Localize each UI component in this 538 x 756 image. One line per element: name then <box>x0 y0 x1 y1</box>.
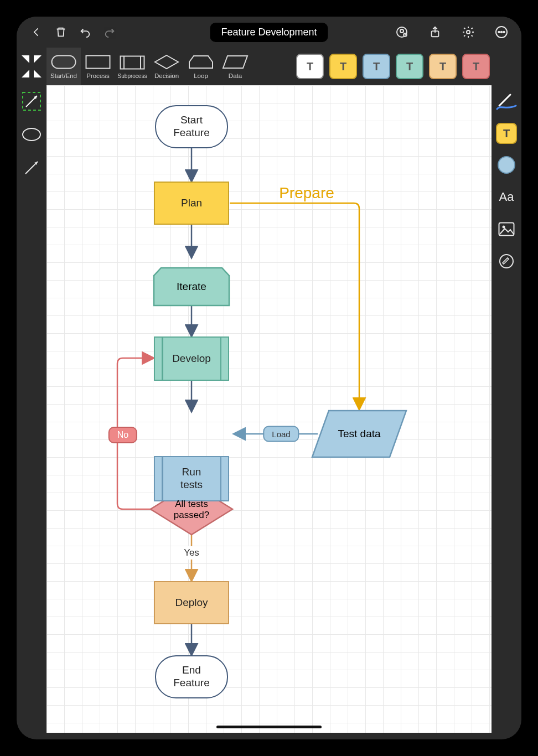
image-insert-button[interactable] <box>495 218 518 240</box>
top-toolbar: Feature Development <box>17 17 521 48</box>
svg-point-22 <box>23 128 40 141</box>
node-test-data-label[interactable]: Test data <box>323 418 395 449</box>
corner-tl-icon <box>22 55 29 63</box>
svg-marker-17 <box>189 56 213 68</box>
node-develop[interactable]: Develop <box>154 336 229 381</box>
shape-label: Loop <box>194 73 208 79</box>
svg-point-10 <box>503 32 504 33</box>
corner-tr-icon <box>34 55 42 63</box>
back-button[interactable] <box>24 20 49 44</box>
text-color-chip[interactable]: T <box>496 123 517 144</box>
lasso-arrow-tool[interactable] <box>20 90 43 113</box>
image-icon <box>498 222 515 236</box>
left-toolbar <box>17 85 46 184</box>
share-icon <box>429 26 441 38</box>
flowchart-nodes: StartFeature Plan Iterate Develop Runtes… <box>46 85 492 733</box>
canvas[interactable]: StartFeature Plan Iterate Develop Runtes… <box>46 85 492 733</box>
swatch-yellow[interactable]: T <box>329 54 357 79</box>
undo-button[interactable] <box>73 20 97 44</box>
undo-icon <box>79 26 91 38</box>
shape-label: Process <box>86 73 110 79</box>
node-plan[interactable]: Plan <box>154 182 229 225</box>
pen-tool[interactable] <box>495 91 518 113</box>
more-button[interactable] <box>489 20 514 44</box>
text-style-button[interactable]: Aa <box>495 186 518 208</box>
line-arrow-icon <box>22 158 41 177</box>
swatch-red[interactable]: T <box>462 54 490 79</box>
shape-label: Subprocess <box>118 73 147 79</box>
pen-icon <box>496 92 517 111</box>
svg-rect-25 <box>499 223 514 236</box>
node-end[interactable]: EndFeature <box>155 655 228 698</box>
svg-point-8 <box>498 32 499 33</box>
person-add-icon <box>395 25 408 39</box>
chevron-left-icon <box>31 27 42 38</box>
settings-button[interactable] <box>456 20 480 44</box>
color-swatch-group: T T T T T T <box>293 48 495 85</box>
gear-icon <box>462 25 475 39</box>
shape-label: Data <box>229 73 242 79</box>
home-indicator <box>216 726 322 728</box>
svg-rect-12 <box>86 56 110 69</box>
dashed-select-arrow-icon <box>21 91 42 112</box>
corner-bl-icon <box>22 70 29 77</box>
ellipse-tool[interactable] <box>20 123 43 146</box>
shape-start-end[interactable]: Start/End <box>46 48 81 85</box>
trash-button[interactable] <box>49 20 73 44</box>
shape-decision[interactable]: Decision <box>149 48 184 85</box>
svg-marker-16 <box>155 55 178 69</box>
node-run-tests[interactable]: Runtests <box>154 456 229 501</box>
svg-point-26 <box>503 226 505 229</box>
svg-point-6 <box>467 30 470 34</box>
svg-point-9 <box>501 32 502 33</box>
corner-handles-tool[interactable] <box>17 48 46 85</box>
swatch-orange[interactable]: T <box>429 54 457 79</box>
annotate-pen-circle-icon <box>499 253 514 269</box>
node-decision-label[interactable]: All testspassed? <box>159 496 224 524</box>
shape-process[interactable]: Process <box>81 48 115 85</box>
node-iterate-label[interactable]: Iterate <box>154 268 229 305</box>
edge-label-load: Load <box>263 426 299 442</box>
more-icon <box>495 25 508 39</box>
right-toolbar: T Aa <box>492 85 521 278</box>
line-tool[interactable] <box>20 156 43 179</box>
trash-icon <box>55 26 67 38</box>
redo-icon <box>104 26 116 38</box>
fill-circle-icon <box>498 156 515 174</box>
share-button[interactable] <box>423 20 447 44</box>
shape-subprocess[interactable]: Subprocess <box>115 48 149 85</box>
shape-label: Start/End <box>50 73 77 79</box>
edge-label-yes: Yes <box>180 546 203 560</box>
node-deploy[interactable]: Deploy <box>154 581 229 624</box>
svg-rect-11 <box>52 56 76 69</box>
corner-br-icon <box>34 70 42 77</box>
swatch-blue[interactable]: T <box>363 54 390 79</box>
ellipse-icon <box>21 127 42 142</box>
shape-loop[interactable]: Loop <box>184 48 218 85</box>
document-title[interactable]: Feature Development <box>210 23 328 42</box>
swatch-green[interactable]: T <box>396 54 423 79</box>
svg-marker-18 <box>223 56 247 68</box>
shape-label: Decision <box>154 73 179 79</box>
collaborator-button[interactable] <box>390 20 414 44</box>
redo-button[interactable] <box>97 20 122 44</box>
node-start[interactable]: StartFeature <box>155 105 228 148</box>
swatch-white[interactable]: T <box>296 54 324 79</box>
svg-point-1 <box>400 29 404 33</box>
edge-label-no: No <box>108 427 137 443</box>
shape-palette-row: Start/End Process Subprocess Decision Lo… <box>17 48 495 85</box>
shape-data[interactable]: Data <box>218 48 252 85</box>
fill-color-button[interactable] <box>495 154 518 176</box>
annotate-button[interactable] <box>495 250 518 272</box>
edge-label-prepare: Prepare <box>279 184 334 202</box>
